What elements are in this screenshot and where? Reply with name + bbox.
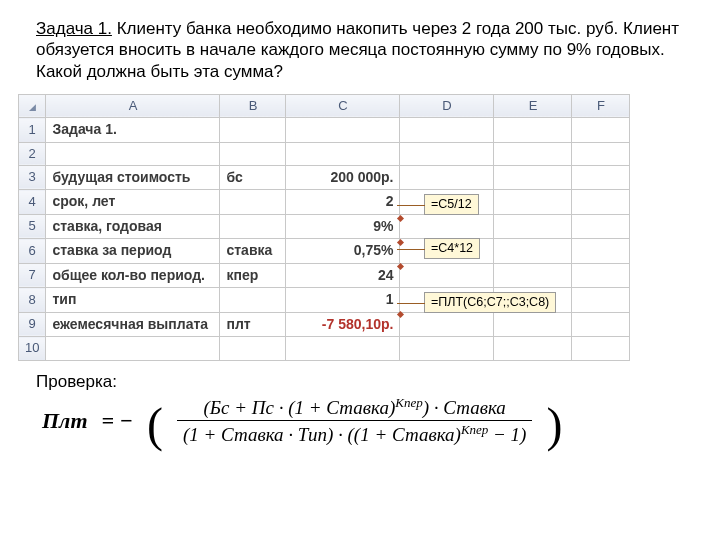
paren-left: ( xyxy=(147,408,163,442)
cell-d[interactable] xyxy=(400,142,494,165)
verify-label: Проверка: xyxy=(0,361,720,392)
cell-a[interactable] xyxy=(46,337,220,360)
cell-c[interactable] xyxy=(286,142,400,165)
cell-c[interactable]: 24 xyxy=(286,263,400,288)
cell-a[interactable]: тип xyxy=(46,288,220,313)
cell-a[interactable]: Задача 1. xyxy=(46,118,220,143)
cell-a[interactable]: ставка, годовая xyxy=(46,214,220,239)
row-header[interactable]: 1 xyxy=(19,118,46,143)
formula-callout-c7: =C4*12 xyxy=(424,238,480,260)
cell-e[interactable] xyxy=(494,239,572,264)
col-header-E[interactable]: E xyxy=(494,94,572,117)
cell-a[interactable] xyxy=(46,142,220,165)
formula-lhs: Плт xyxy=(42,407,88,435)
cell-e[interactable] xyxy=(494,118,572,143)
cell-e[interactable] xyxy=(494,190,572,215)
cell-e[interactable] xyxy=(494,165,572,190)
row-header[interactable]: 5 xyxy=(19,214,46,239)
verify-formula: Плт = − ( (Бс + Пс · (1 + Ставка)Кпер) ·… xyxy=(0,392,720,446)
problem-statement: Задача 1. Клиенту банка необходимо накоп… xyxy=(0,0,720,90)
row-header[interactable]: 3 xyxy=(19,165,46,190)
col-header-C[interactable]: C xyxy=(286,94,400,117)
cell-f[interactable] xyxy=(572,312,630,337)
cell-b[interactable] xyxy=(220,190,286,215)
cell-a[interactable]: будущая стоимость xyxy=(46,165,220,190)
cell-a[interactable]: ежемесячная выплата xyxy=(46,312,220,337)
cell-b[interactable] xyxy=(220,118,286,143)
cell-c[interactable]: 1 xyxy=(286,288,400,313)
cell-b[interactable]: ставка xyxy=(220,239,286,264)
cell-d[interactable] xyxy=(400,337,494,360)
cell-e[interactable] xyxy=(494,263,572,288)
cell-d[interactable] xyxy=(400,312,494,337)
cell-d[interactable] xyxy=(400,263,494,288)
cell-b[interactable]: плт xyxy=(220,312,286,337)
row-header[interactable]: 8 xyxy=(19,288,46,313)
cell-e[interactable] xyxy=(494,312,572,337)
col-header-F[interactable]: F xyxy=(572,94,630,117)
cell-f[interactable] xyxy=(572,142,630,165)
row-header[interactable]: 10 xyxy=(19,337,46,360)
cell-c[interactable]: 2 xyxy=(286,190,400,215)
cell-b[interactable]: кпер xyxy=(220,263,286,288)
cell-b[interactable] xyxy=(220,337,286,360)
paren-right: ) xyxy=(546,408,562,442)
col-header-B[interactable]: B xyxy=(220,94,286,117)
cell-c[interactable]: 200 000р. xyxy=(286,165,400,190)
cell-f[interactable] xyxy=(572,337,630,360)
col-header-A[interactable]: A xyxy=(46,94,220,117)
cell-a[interactable]: ставка за период xyxy=(46,239,220,264)
equals-sign: = − xyxy=(102,407,133,435)
col-header-D[interactable]: D xyxy=(400,94,494,117)
cell-f[interactable] xyxy=(572,288,630,313)
cell-c[interactable] xyxy=(286,337,400,360)
cell-c[interactable] xyxy=(286,118,400,143)
problem-title: Задача 1. xyxy=(36,19,112,38)
row-header[interactable]: 9 xyxy=(19,312,46,337)
formula-callout-c9: =ПЛТ(C6;C7;;C3;C8) xyxy=(424,292,556,314)
cell-d[interactable] xyxy=(400,214,494,239)
cell-f[interactable] xyxy=(572,263,630,288)
cell-e[interactable] xyxy=(494,142,572,165)
cell-f[interactable] xyxy=(572,118,630,143)
formula-callout-c6: =C5/12 xyxy=(424,194,479,216)
cell-f[interactable] xyxy=(572,165,630,190)
cell-d[interactable] xyxy=(400,165,494,190)
worksheet-grid: ◢ A B C D E F 1Задача 1.23будущая стоимо… xyxy=(18,94,630,361)
cell-f[interactable] xyxy=(572,239,630,264)
cell-a[interactable]: срок, лет xyxy=(46,190,220,215)
cell-a[interactable]: общее кол-во период. xyxy=(46,263,220,288)
cell-d[interactable] xyxy=(400,118,494,143)
cell-b[interactable]: бс xyxy=(220,165,286,190)
excel-fragment: ◢ A B C D E F 1Задача 1.23будущая стоимо… xyxy=(18,94,698,361)
cell-b[interactable] xyxy=(220,142,286,165)
row-header[interactable]: 7 xyxy=(19,263,46,288)
row-header[interactable]: 6 xyxy=(19,239,46,264)
cell-c[interactable]: 9% xyxy=(286,214,400,239)
row-header[interactable]: 4 xyxy=(19,190,46,215)
select-all-corner[interactable]: ◢ xyxy=(19,94,46,117)
row-header[interactable]: 2 xyxy=(19,142,46,165)
cell-e[interactable] xyxy=(494,337,572,360)
cell-c[interactable]: -7 580,10р. xyxy=(286,312,400,337)
formula-fraction: (Бс + Пс · (1 + Ставка)Кпер) · Ставка (1… xyxy=(177,396,533,446)
cell-c[interactable]: 0,75% xyxy=(286,239,400,264)
cell-e[interactable] xyxy=(494,214,572,239)
cell-f[interactable] xyxy=(572,214,630,239)
cell-b[interactable] xyxy=(220,214,286,239)
cell-f[interactable] xyxy=(572,190,630,215)
problem-text: Клиенту банка необходимо накопить через … xyxy=(36,19,679,81)
cell-b[interactable] xyxy=(220,288,286,313)
